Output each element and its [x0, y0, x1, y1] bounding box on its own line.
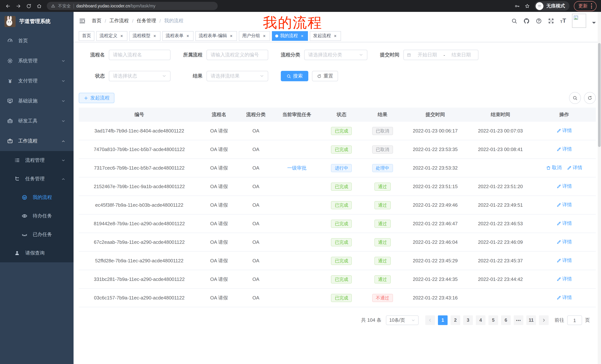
sidebar-item-done-tasks[interactable]: 已办任务: [0, 225, 74, 244]
page-url[interactable]: dashboard.yudao.iocoder.cn/bpm/task/my: [76, 4, 155, 8]
browser-home-button[interactable]: [34, 1, 44, 11]
breadcrumb-item[interactable]: 任务管理: [137, 18, 156, 24]
tab-process-model[interactable]: 流程模型×: [129, 31, 160, 41]
status-select[interactable]: 请选择状态: [109, 71, 170, 81]
tab-start-process[interactable]: 发起流程×: [310, 31, 341, 41]
page-button-11[interactable]: 11: [526, 315, 536, 325]
detail-action[interactable]: 详情: [567, 164, 582, 171]
tab-process-form-edit[interactable]: 流程表单-编辑×: [195, 31, 237, 41]
detail-action[interactable]: 详情: [556, 146, 572, 153]
sidebar-item-my-process[interactable]: 我的流程: [0, 188, 74, 207]
list-icon: [14, 157, 20, 163]
detail-action[interactable]: 详情: [556, 127, 572, 134]
status-badge: 进行中: [331, 164, 352, 172]
close-tab-icon[interactable]: ×: [229, 33, 234, 38]
font-size-icon[interactable]: TT: [560, 18, 566, 24]
close-tab-icon[interactable]: ×: [185, 33, 190, 38]
update-label: 更新: [578, 3, 588, 9]
github-icon[interactable]: [523, 18, 530, 24]
detail-action[interactable]: 详情: [556, 220, 572, 227]
tab-label: 流程表单-编辑: [199, 33, 227, 39]
sidebar-item-task-mgmt[interactable]: 任务管理: [0, 170, 74, 188]
toggle-search-button[interactable]: [569, 92, 581, 104]
yen-icon: ¥: [7, 78, 13, 84]
jump-page-input[interactable]: 1: [567, 315, 582, 325]
page-button-5[interactable]: 5: [489, 315, 498, 325]
header-search-icon[interactable]: [511, 18, 517, 24]
key-icon[interactable]: [514, 3, 520, 9]
page-button-2[interactable]: 2: [451, 315, 460, 325]
browser-reload-button[interactable]: [24, 1, 33, 11]
browser-menu-icon[interactable]: [591, 3, 592, 9]
page-content: 流程名请输入流程名所属流程请输入流程定义的编号流程分类请选择流程分类提交时间开始…: [74, 42, 601, 364]
next-page-button[interactable]: [539, 315, 549, 325]
breadcrumb-separator: /: [160, 18, 161, 24]
submit-time: 2022-01-23 00:06:17: [402, 122, 468, 140]
process-name-input[interactable]: 请输入流程名: [109, 50, 170, 60]
close-tab-icon[interactable]: ×: [300, 33, 305, 38]
tab-process-definition[interactable]: 流程定义×: [96, 31, 127, 41]
browser-back-button[interactable]: [3, 1, 13, 11]
scrollbar-thumb[interactable]: [598, 43, 601, 147]
sidebar-item-home[interactable]: 首页: [0, 31, 74, 51]
detail-action[interactable]: 详情: [556, 294, 572, 301]
avatar[interactable]: [572, 14, 586, 28]
sidebar-item-infrastructure[interactable]: 基础设施: [0, 91, 74, 111]
refresh-table-button[interactable]: [584, 92, 596, 104]
sidebar-item-system[interactable]: 系统管理: [0, 51, 74, 71]
tab-my-process[interactable]: 我的流程×: [272, 31, 308, 41]
avatar-caret-icon[interactable]: [592, 22, 596, 26]
sidebar-logo[interactable]: 芋道管理系统: [0, 12, 74, 31]
bookmark-star-icon[interactable]: [524, 3, 530, 9]
close-tab-icon[interactable]: ×: [333, 33, 338, 38]
close-tab-icon[interactable]: ×: [262, 33, 267, 38]
page-ellipsis[interactable]: •••: [514, 315, 523, 325]
sidebar-item-todo-tasks[interactable]: 待办任务: [0, 207, 74, 225]
active-tab-dot: [275, 34, 278, 37]
prev-page-button[interactable]: [425, 315, 435, 325]
help-icon[interactable]: [536, 18, 542, 24]
end-time: 2022-01-22 23:49:51: [468, 196, 532, 214]
tab-process-form[interactable]: 流程表单×: [162, 31, 193, 41]
fullscreen-icon[interactable]: [548, 18, 554, 24]
detail-action[interactable]: 详情: [556, 239, 572, 245]
process-category-select[interactable]: 请选择流程分类: [304, 50, 367, 60]
page-scrollbar[interactable]: [598, 12, 601, 364]
current-task: [274, 251, 320, 270]
sidebar-item-workflow[interactable]: 工作流程: [0, 131, 74, 151]
tab-home[interactable]: 首页: [79, 31, 94, 41]
page-button-3[interactable]: 3: [463, 315, 473, 325]
page-button-1[interactable]: 1: [438, 315, 448, 325]
result-select[interactable]: 请选择流结果: [207, 71, 268, 81]
tab-user-group[interactable]: 用户分组×: [239, 31, 270, 41]
detail-action[interactable]: 详情: [556, 257, 572, 264]
detail-action[interactable]: 详情: [556, 276, 572, 283]
security-label[interactable]: 不安全: [58, 3, 71, 9]
reset-button[interactable]: 重置: [312, 71, 338, 81]
close-tab-icon[interactable]: ×: [119, 33, 124, 38]
sidebar-item-process-mgmt[interactable]: 流程管理: [0, 151, 74, 170]
owner-process-input[interactable]: 请输入流程定义的编号: [207, 50, 268, 60]
address-bar[interactable]: 不安全 dashboard.yudao.iocoder.cn/bpm/task/…: [47, 2, 218, 10]
search-button[interactable]: 搜索: [281, 71, 308, 81]
detail-action[interactable]: 详情: [556, 183, 572, 190]
browser-forward-button[interactable]: [13, 1, 23, 11]
detail-action[interactable]: 详情: [556, 202, 572, 208]
browser-update-button[interactable]: 更新: [574, 1, 597, 11]
breadcrumb-item[interactable]: 工作流程: [109, 18, 129, 24]
page-button-4[interactable]: 4: [476, 315, 485, 325]
cancel-action[interactable]: 取消: [546, 164, 561, 171]
page-button-6[interactable]: 6: [501, 315, 511, 325]
breadcrumb-item[interactable]: 首页: [92, 18, 101, 24]
sidebar-item-payment[interactable]: ¥支付管理: [0, 71, 74, 91]
sidebar-item-dev-tools[interactable]: 研发工具: [0, 111, 74, 131]
logo-image: [4, 16, 16, 27]
sidebar-collapse-icon[interactable]: [79, 17, 86, 24]
submit-time-daterange[interactable]: 开始日期-结束日期: [403, 50, 478, 60]
sidebar-item-leave-query[interactable]: 请假查询: [0, 244, 74, 262]
sidebar-item-label: 任务管理: [25, 175, 45, 182]
task-link[interactable]: 一级审批: [287, 165, 306, 171]
start-process-button[interactable]: 发起流程: [79, 93, 114, 103]
close-tab-icon[interactable]: ×: [152, 33, 157, 38]
page-size-select[interactable]: 10条/页: [386, 315, 419, 325]
